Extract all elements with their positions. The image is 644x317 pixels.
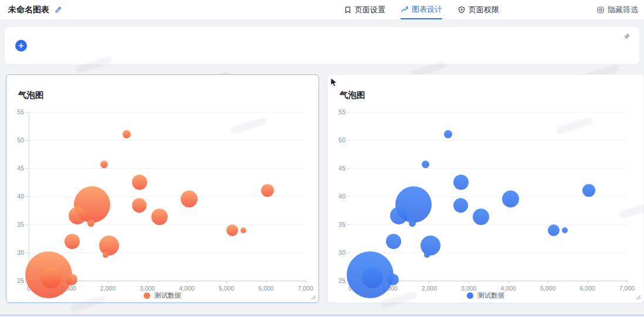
- bubble[interactable]: [502, 190, 519, 207]
- y-axis-tick: [26, 140, 28, 141]
- x-axis-tick: [306, 281, 306, 283]
- bubble-chart-left: 2530354045505501,0002,0003,0004,0005,000…: [6, 75, 318, 302]
- y-axis-label: 25: [6, 277, 24, 284]
- bubble[interactable]: [473, 209, 489, 225]
- legend-marker: [144, 292, 150, 299]
- y-axis-line: [29, 112, 29, 281]
- bubble[interactable]: [424, 252, 430, 258]
- nav-chart-design[interactable]: 图表设计: [401, 0, 442, 19]
- grid-line: [350, 140, 627, 141]
- x-axis-tick: [226, 281, 227, 283]
- y-axis-label: 45: [327, 165, 345, 172]
- edit-title-icon[interactable]: [54, 6, 62, 14]
- legend-marker: [467, 292, 473, 299]
- bubble[interactable]: [151, 209, 168, 225]
- x-axis-tick: [266, 281, 267, 283]
- y-axis-label: 35: [6, 221, 24, 228]
- plus-icon: [18, 42, 25, 49]
- grid-line: [350, 168, 627, 169]
- filter-bar: [5, 27, 639, 64]
- bubble[interactable]: [103, 252, 109, 258]
- y-axis-label: 50: [6, 137, 24, 144]
- grid-line: [29, 224, 306, 225]
- bubble[interactable]: [66, 274, 77, 285]
- mouse-cursor-icon: [330, 77, 338, 88]
- grid-line: [29, 196, 306, 197]
- y-axis-label: 40: [327, 193, 345, 200]
- bubble-chart-right: 2530354045505501,0002,0003,0004,0005,000…: [328, 75, 643, 302]
- bubble[interactable]: [422, 161, 429, 168]
- y-axis-label: 50: [327, 137, 345, 144]
- page-bottom-divider: [0, 315, 644, 316]
- bubble[interactable]: [123, 130, 131, 138]
- pin-icon[interactable]: [622, 32, 631, 41]
- legend-item[interactable]: 测试数据: [328, 291, 643, 300]
- bubble[interactable]: [444, 130, 452, 138]
- y-axis-tick: [347, 196, 350, 197]
- bubble[interactable]: [132, 175, 147, 190]
- nav-page-permission[interactable]: 页面权限: [457, 0, 499, 19]
- bubble[interactable]: [69, 207, 86, 224]
- y-axis-label: 30: [6, 249, 24, 256]
- bubble[interactable]: [548, 224, 560, 236]
- bubble[interactable]: [87, 220, 94, 227]
- shield-icon: [457, 6, 466, 14]
- y-axis-label: 30: [327, 249, 345, 256]
- bubble[interactable]: [65, 234, 80, 249]
- bubble[interactable]: [409, 220, 416, 227]
- y-axis-tick: [347, 224, 350, 225]
- chart-design-icon: [401, 5, 409, 13]
- x-axis-tick: [108, 281, 109, 283]
- grid-line: [350, 253, 627, 253]
- bubble[interactable]: [453, 175, 469, 190]
- bubble[interactable]: [362, 267, 383, 288]
- y-axis-tick: [26, 224, 28, 225]
- hide-filter-button[interactable]: 隐藏筛选: [596, 0, 638, 19]
- x-axis-tick: [187, 281, 188, 283]
- y-axis-label: 35: [327, 221, 345, 228]
- bubble[interactable]: [40, 267, 62, 288]
- bubble[interactable]: [582, 184, 595, 197]
- add-filter-button[interactable]: [15, 40, 27, 52]
- y-axis-label: 55: [6, 108, 24, 115]
- page-title-group: 未命名图表: [8, 0, 62, 19]
- nav-label: 图表设计: [412, 4, 442, 15]
- grid-line: [29, 112, 306, 113]
- bubble[interactable]: [390, 207, 408, 224]
- grid-line: [29, 253, 306, 253]
- legend-item[interactable]: 测试数据: [6, 291, 318, 300]
- top-header: 未命名图表 页面设置 图表设计 页面权限: [0, 0, 644, 20]
- bubble[interactable]: [387, 274, 399, 285]
- x-axis-tick: [627, 281, 628, 283]
- bubble[interactable]: [261, 184, 274, 197]
- chart-card-left[interactable]: 气泡图 2530354045505501,0002,0003,0004,0005…: [6, 74, 319, 303]
- resize-handle-icon[interactable]: [634, 293, 641, 300]
- resize-handle-icon[interactable]: [309, 293, 316, 300]
- y-axis-label: 55: [327, 108, 345, 115]
- y-axis-tick: [347, 112, 350, 113]
- eye-hide-icon: [596, 6, 605, 14]
- watermark: [74, 56, 113, 74]
- grid-line: [350, 112, 627, 113]
- x-axis-tick: [588, 281, 588, 283]
- y-axis-label: 40: [6, 193, 24, 200]
- legend-label: 测试数据: [154, 291, 181, 300]
- bubble[interactable]: [226, 224, 238, 236]
- bubble[interactable]: [181, 190, 198, 207]
- nav-page-settings[interactable]: 页面设置: [344, 0, 385, 19]
- x-axis-tick: [429, 281, 430, 283]
- grid-line: [29, 168, 306, 169]
- bubble[interactable]: [132, 198, 147, 213]
- bubble[interactable]: [453, 198, 468, 213]
- legend-label: 测试数据: [477, 291, 504, 300]
- grid-line: [350, 224, 627, 225]
- bookmark-icon: [344, 6, 352, 14]
- x-axis-tick: [509, 281, 509, 283]
- bubble[interactable]: [562, 227, 568, 233]
- y-axis-tick: [26, 196, 28, 197]
- bubble[interactable]: [100, 161, 108, 168]
- bubble[interactable]: [240, 227, 246, 233]
- y-axis-tick: [347, 140, 350, 141]
- chart-card-right[interactable]: 气泡图 2530354045505501,0002,0003,0004,0005…: [327, 74, 644, 303]
- bubble[interactable]: [386, 234, 401, 249]
